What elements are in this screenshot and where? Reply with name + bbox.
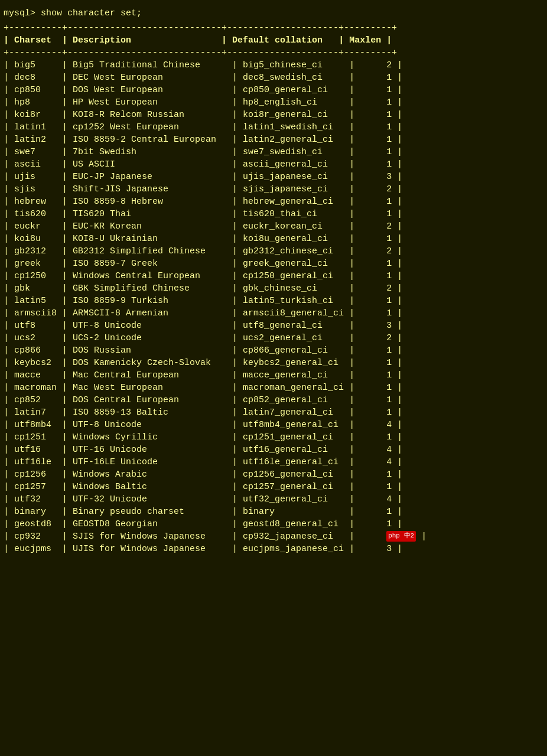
row-collation: | utf32_general_ci (232, 493, 349, 506)
row-desc: | UTF-8 Unicode (62, 419, 232, 431)
table-row: | greek | ISO 8859-7 Greek | greek_gener… (4, 258, 543, 270)
row-maxlen: | 1 | (349, 382, 402, 394)
row-maxlen: | 1 | (349, 96, 402, 109)
row-desc: | Big5 Traditional Chinese (62, 59, 232, 71)
row-charset: | keybcs2 (4, 357, 62, 369)
separator-top: +----------+----------------------------… (4, 22, 543, 34)
table-row: | ujis | EUC-JP Japanese | ujis_japanese… (4, 171, 543, 183)
row-charset: | cp1257 (4, 481, 62, 493)
row-desc: | Windows Cyrillic (62, 431, 232, 444)
table-row: | cp1251 | Windows Cyrillic | cp1251_gen… (4, 431, 543, 444)
row-collation: | utf8mb4_general_ci (232, 419, 349, 431)
row-desc: | US ASCII (62, 158, 232, 171)
row-charset: | utf16le (4, 456, 62, 468)
table-row: | dec8 | DEC West European | dec8_swedis… (4, 71, 543, 84)
row-charset: | latin2 (4, 133, 62, 146)
row-desc: | ISO 8859-13 Baltic (62, 406, 232, 419)
row-desc: | Windows Arabic (62, 468, 232, 481)
row-collation: | ucs2_general_ci (232, 332, 349, 344)
row-collation: | latin1_swedish_ci (232, 121, 349, 133)
row-charset: | macce (4, 369, 62, 382)
header-charset: | Charset (4, 34, 62, 47)
row-desc: | DEC West European (62, 71, 232, 84)
row-charset: | cp932 (4, 530, 62, 543)
row-collation: | gb2312_chinese_ci (232, 245, 349, 258)
table-row: | cp1257 | Windows Baltic | cp1257_gener… (4, 481, 543, 493)
row-charset: | cp1256 (4, 468, 62, 481)
table-row: | gbk | GBK Simplified Chinese | gbk_chi… (4, 282, 543, 295)
table-row: | cp932 | SJIS for Windows Japanese | cp… (4, 530, 543, 543)
row-collation: | cp1257_general_ci (232, 481, 349, 493)
row-maxlen: | 4 | (349, 444, 402, 456)
row-charset: | koi8r (4, 109, 62, 121)
table-row: | geostd8 | GEOSTD8 Georgian | geostd8_g… (4, 518, 543, 530)
table-row: | utf16 | UTF-16 Unicode | utf16_general… (4, 444, 543, 456)
row-desc: | UJIS for Windows Japanese (62, 543, 232, 555)
row-collation: | big5_chinese_ci (232, 59, 349, 71)
row-charset: | sjis (4, 183, 62, 195)
row-desc: | 7bit Swedish (62, 146, 232, 158)
table-row: | latin1 | cp1252 West European | latin1… (4, 121, 543, 133)
table-row: | utf32 | UTF-32 Unicode | utf32_general… (4, 493, 543, 506)
row-charset: | latin5 (4, 295, 62, 307)
row-desc: | TIS620 Thai (62, 208, 232, 220)
table-row: | cp850 | DOS West European | cp850_gene… (4, 84, 543, 96)
row-collation: | tis620_thai_ci (232, 208, 349, 220)
row-desc: | EUC-KR Korean (62, 220, 232, 233)
row-desc: | Mac Central European (62, 369, 232, 382)
row-desc: | UTF-8 Unicode (62, 320, 232, 332)
row-maxlen: | 1 | (349, 258, 402, 270)
row-collation: | sjis_japanese_ci (232, 183, 349, 195)
row-maxlen: | 1 | (349, 121, 402, 133)
row-desc: | ISO 8859-8 Hebrew (62, 195, 232, 208)
terminal-container: mysql> show character set; +----------+-… (0, 5, 547, 558)
row-desc: | Windows Central European (62, 270, 232, 282)
row-charset: | tis620 (4, 208, 62, 220)
row-collation: | macroman_general_ci (232, 382, 349, 394)
row-collation: | swe7_swedish_ci (232, 146, 349, 158)
table-row: | cp866 | DOS Russian | cp866_general_ci… (4, 344, 543, 357)
table-row: | hp8 | HP West European | hp8_english_c… (4, 96, 543, 109)
row-maxlen: | 1 | (349, 233, 402, 245)
row-charset: | latin1 (4, 121, 62, 133)
row-desc: | ISO 8859-7 Greek (62, 258, 232, 270)
row-maxlen: | 2 | (349, 282, 402, 295)
row-maxlen: | 2 | (349, 245, 402, 258)
row-collation: | cp850_general_ci (232, 84, 349, 96)
row-charset: | cp866 (4, 344, 62, 357)
row-charset: | eucjpms (4, 543, 62, 555)
row-maxlen: | 1 | (349, 394, 402, 406)
row-collation: | dec8_swedish_ci (232, 71, 349, 84)
row-collation: | koi8r_general_ci (232, 109, 349, 121)
row-collation: | ascii_general_ci (232, 158, 349, 171)
row-desc: | Mac West European (62, 382, 232, 394)
table-row: | gb2312 | GB2312 Simplified Chinese | g… (4, 245, 543, 258)
row-maxlen: | 1 | (349, 133, 402, 146)
table-row: | latin5 | ISO 8859-9 Turkish | latin5_t… (4, 295, 543, 307)
row-collation: | eucjpms_japanese_ci (232, 543, 349, 555)
row-collation: | ujis_japanese_ci (232, 171, 349, 183)
row-charset: | ascii (4, 158, 62, 171)
row-desc: | cp1252 West European (62, 121, 232, 133)
row-desc: | KOI8-U Ukrainian (62, 233, 232, 245)
row-maxlen: | 2 | (349, 183, 402, 195)
row-maxlen: | 4 | (349, 456, 402, 468)
row-collation: | utf16_general_ci (232, 444, 349, 456)
table-row: | utf16le | UTF-16LE Unicode | utf16le_g… (4, 456, 543, 468)
table-row: | keybcs2 | DOS Kamenicky Czech-Slovak |… (4, 357, 543, 369)
row-desc: | Binary pseudo charset (62, 506, 232, 518)
row-maxlen: | 1 | (349, 71, 402, 84)
row-collation: | latin5_turkish_ci (232, 295, 349, 307)
row-charset: | utf32 (4, 493, 62, 506)
row-maxlen: | 1 | (349, 109, 402, 121)
row-maxlen: | php 中2 | (349, 530, 426, 543)
row-desc: | HP West European (62, 96, 232, 109)
row-collation: | cp1256_general_ci (232, 468, 349, 481)
row-maxlen: | 2 | (349, 220, 402, 233)
row-charset: | cp1250 (4, 270, 62, 282)
row-charset: | cp852 (4, 394, 62, 406)
row-desc: | DOS Russian (62, 344, 232, 357)
row-collation: | koi8u_general_ci (232, 233, 349, 245)
row-desc: | ARMSCII-8 Armenian (62, 307, 232, 320)
separator-mid: +----------+----------------------------… (4, 47, 543, 59)
